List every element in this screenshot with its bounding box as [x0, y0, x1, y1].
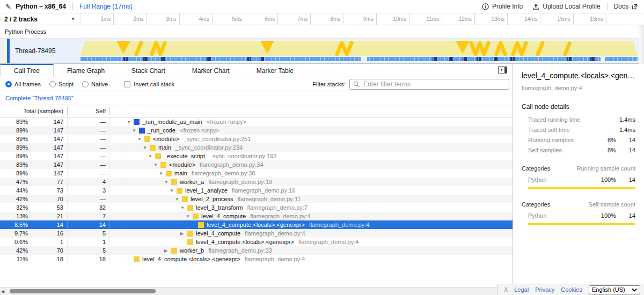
category-section: Categories Running sample count Python 1…	[522, 165, 635, 189]
expand-toggle-icon[interactable]: ▼	[164, 180, 171, 185]
call-tree-row[interactable]: 42% 70 5 ▶ worker_b flamegraph_demo.py:2…	[0, 246, 513, 255]
footer-link-cookies[interactable]: Cookies	[561, 286, 582, 293]
category-color-square	[198, 222, 204, 228]
filter-input-wrap	[349, 79, 509, 90]
external-link-icon	[632, 4, 638, 10]
footer-link-privacy[interactable]: Privacy	[535, 286, 554, 293]
samples-strip[interactable]	[80, 57, 638, 61]
expand-toggle-icon[interactable]: ▼	[137, 137, 144, 142]
process-track-header[interactable]: Python Process	[0, 25, 644, 39]
footer-bar: X LegalPrivacyCookies English (US)	[497, 284, 644, 295]
call-tree-row[interactable]: 8.5% 14 14 level_4_compute.<locals>.<gen…	[0, 220, 513, 229]
chevron-down-icon: ▼	[71, 17, 75, 21]
call-tree-row[interactable]: 89% 147 — ▼ _execute_script _sync_coordi…	[0, 152, 513, 160]
edit-profile-name-icon[interactable]: ✎	[5, 3, 11, 11]
expand-toggle-icon[interactable]: ▼	[132, 128, 139, 133]
call-tree-row[interactable]: 44% 73 3 ▼ level_1_analyze flamegraph_de…	[0, 186, 513, 195]
sidebar-categories: Categories Running sample count Python 1…	[522, 165, 635, 225]
call-tree-row[interactable]: 89% 147 — ▼ <module> flamegraph_demo.py:…	[0, 160, 513, 169]
tab-flame-graph[interactable]: Flame Graph	[54, 64, 118, 77]
ruler-tick: 6ms	[245, 13, 278, 25]
filter-stacks-input[interactable]	[362, 80, 506, 88]
thread-track-row: Thread-78495	[0, 39, 644, 64]
call-tree-row[interactable]: 42% 70 — ▼ level_2_process flamegraph_de…	[0, 195, 513, 203]
full-range-link[interactable]: Full Range (17ms)	[79, 3, 133, 10]
ruler-tick: 10ms	[377, 13, 409, 25]
radio-icon	[49, 81, 56, 87]
profile-info-button[interactable]: Profile Info	[482, 3, 523, 10]
tracks-dropdown[interactable]: 2 / 2 tracks ▼	[0, 13, 80, 25]
expand-toggle-icon[interactable]: ▼	[170, 188, 177, 193]
call-tree-row[interactable]: 13% 21 7 ▼ level_4_compute flamegraph_de…	[0, 212, 513, 220]
call-tree-row[interactable]: 0.6% 1 1 level_4_compute.<locals>.<genex…	[0, 238, 513, 246]
radio-native[interactable]: Native	[82, 81, 108, 87]
category-color-square	[171, 248, 177, 254]
call-tree-row[interactable]: 9.7% 16 5 ▶ level_4_compute flamegraph_d…	[0, 229, 513, 238]
call-tree-row[interactable]: 32% 53 32 ▼ level_3_transform flamegraph…	[0, 203, 513, 212]
expand-toggle-icon[interactable]: ▼	[127, 120, 134, 124]
thread-track-label[interactable]: Thread-78495	[10, 39, 80, 63]
invert-call-stack-label[interactable]: Invert call stack	[134, 81, 174, 87]
tab-stack-chart[interactable]: Stack Chart	[118, 64, 179, 77]
footer-links: LegalPrivacyCookies	[514, 286, 582, 293]
call-tree-row[interactable]: 89% 147 — ▼ main flamegraph_demo.py:30	[0, 169, 513, 178]
scrollbar-thumb[interactable]	[10, 289, 156, 293]
docs-link[interactable]: Docs	[614, 3, 638, 10]
call-tree-row[interactable]: 89% 147 — ▼ _run_code <frozen runpy>	[0, 126, 513, 135]
ruler-tick: 5ms	[213, 13, 245, 25]
expand-toggle-icon[interactable]: ▼	[148, 154, 155, 159]
breadcrumb-complete-thread[interactable]: Complete “Thread-78495”	[5, 95, 74, 101]
cpu-activity-graph[interactable]	[80, 41, 638, 56]
thread-activity-track[interactable]	[80, 39, 639, 63]
column-resizer[interactable]	[110, 107, 121, 115]
tab-marker-chart[interactable]: Marker Chart	[179, 64, 243, 77]
footer-close-button[interactable]: X	[504, 286, 508, 293]
frame-filter-radios: All frames Script Native	[5, 81, 116, 87]
timeline-ruler: 2 / 2 tracks ▼ 1ms2ms3ms4ms5ms6ms7ms8ms9…	[0, 13, 644, 25]
expand-toggle-icon[interactable]: ▼	[159, 171, 166, 176]
invert-call-stack-checkbox[interactable]	[124, 81, 130, 87]
radio-all-frames[interactable]: All frames	[5, 81, 41, 87]
ruler-tick: 15ms	[540, 13, 573, 25]
column-resizer[interactable]	[106, 107, 110, 115]
category-color-square	[150, 145, 156, 151]
thread-gutter	[0, 39, 7, 63]
sidebar-toggle-button[interactable]	[498, 67, 507, 75]
call-tree-row[interactable]: 89% 147 — ▼ main _sync_coordinator.py:23…	[0, 143, 513, 152]
call-tree-row[interactable]: 11% 18 18 level_4_compute.<locals>.<gene…	[0, 255, 513, 263]
tab-call-tree[interactable]: Call Tree	[0, 64, 54, 77]
expand-toggle-icon[interactable]: ▼	[143, 145, 150, 150]
scroll-left-arrow-icon[interactable]: ◀	[1, 289, 4, 294]
upload-profile-button[interactable]: Upload Local Profile	[532, 3, 600, 10]
main-area: Call TreeFlame GraphStack ChartMarker Ch…	[0, 64, 644, 294]
category-color-square	[187, 239, 193, 245]
call-tree-row[interactable]: 89% 147 — ▼ <module> _sync_coordinator.p…	[0, 135, 513, 143]
column-resizer[interactable]	[63, 107, 68, 115]
expand-toggle-icon[interactable]: ▼	[186, 214, 193, 219]
category-color-square	[166, 171, 172, 176]
selected-node-title: level_4_compute.<locals>.<genexpr>	[522, 71, 635, 80]
radio-icon	[5, 81, 12, 87]
radio-icon	[82, 81, 89, 87]
timeline-vertical-scrollbar[interactable]	[639, 25, 644, 64]
expand-toggle-icon[interactable]: ▶	[180, 231, 187, 236]
expand-toggle-icon[interactable]: ▶	[164, 248, 171, 253]
call-tree-pane: Call TreeFlame GraphStack ChartMarker Ch…	[0, 64, 513, 294]
tab-bar: Call TreeFlame GraphStack ChartMarker Ch…	[0, 64, 513, 77]
detail-row: Traced running time 1.4ms	[528, 117, 635, 123]
expand-toggle-icon[interactable]: ▼	[180, 205, 187, 210]
column-total-samples[interactable]: Total (samples)	[0, 108, 63, 114]
expand-toggle-icon[interactable]: ▼	[175, 197, 182, 202]
call-tree-row[interactable]: 89% 147 — ▼ _run_module_as_main <frozen …	[0, 117, 513, 126]
call-node-details-heading: Call node details	[522, 103, 635, 110]
expand-toggle-icon[interactable]: ▼	[153, 163, 160, 167]
call-tree-row[interactable]: 47% 77 4 ▼ worker_a flamegraph_demo.py:1…	[0, 178, 513, 186]
upload-icon	[532, 3, 539, 10]
radio-script[interactable]: Script	[49, 81, 74, 87]
column-self[interactable]: Self	[68, 108, 106, 114]
language-select[interactable]: English (US)	[589, 285, 640, 294]
category-bar	[528, 187, 635, 189]
detail-row: Traced self time 1.4ms	[528, 127, 635, 133]
footer-link-legal[interactable]: Legal	[514, 286, 529, 293]
tab-marker-table[interactable]: Marker Table	[243, 64, 307, 77]
